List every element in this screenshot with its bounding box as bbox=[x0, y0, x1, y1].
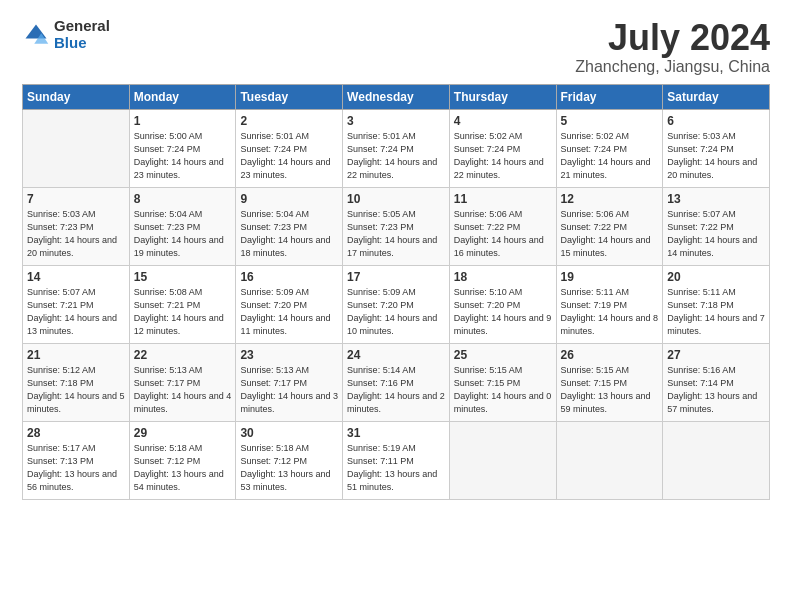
day-number: 12 bbox=[561, 192, 659, 206]
day-info: Sunrise: 5:04 AMSunset: 7:23 PMDaylight:… bbox=[134, 209, 224, 258]
calendar-cell bbox=[449, 421, 556, 499]
day-number: 28 bbox=[27, 426, 125, 440]
day-info: Sunrise: 5:18 AMSunset: 7:12 PMDaylight:… bbox=[134, 443, 224, 492]
calendar-cell: 12 Sunrise: 5:06 AMSunset: 7:22 PMDaylig… bbox=[556, 187, 663, 265]
calendar-table: SundayMondayTuesdayWednesdayThursdayFrid… bbox=[22, 84, 770, 500]
day-info: Sunrise: 5:17 AMSunset: 7:13 PMDaylight:… bbox=[27, 443, 117, 492]
main-title: July 2024 bbox=[575, 18, 770, 58]
day-info: Sunrise: 5:13 AMSunset: 7:17 PMDaylight:… bbox=[134, 365, 232, 414]
header-thursday: Thursday bbox=[449, 84, 556, 109]
day-number: 21 bbox=[27, 348, 125, 362]
day-number: 9 bbox=[240, 192, 338, 206]
day-info: Sunrise: 5:10 AMSunset: 7:20 PMDaylight:… bbox=[454, 287, 552, 336]
day-number: 5 bbox=[561, 114, 659, 128]
day-number: 18 bbox=[454, 270, 552, 284]
day-info: Sunrise: 5:15 AMSunset: 7:15 PMDaylight:… bbox=[454, 365, 552, 414]
subtitle: Zhancheng, Jiangsu, China bbox=[575, 58, 770, 76]
day-info: Sunrise: 5:04 AMSunset: 7:23 PMDaylight:… bbox=[240, 209, 330, 258]
day-info: Sunrise: 5:01 AMSunset: 7:24 PMDaylight:… bbox=[240, 131, 330, 180]
day-number: 4 bbox=[454, 114, 552, 128]
calendar-cell: 21 Sunrise: 5:12 AMSunset: 7:18 PMDaylig… bbox=[23, 343, 130, 421]
calendar-cell: 23 Sunrise: 5:13 AMSunset: 7:17 PMDaylig… bbox=[236, 343, 343, 421]
calendar-cell: 31 Sunrise: 5:19 AMSunset: 7:11 PMDaylig… bbox=[343, 421, 450, 499]
day-info: Sunrise: 5:18 AMSunset: 7:12 PMDaylight:… bbox=[240, 443, 330, 492]
calendar-cell: 9 Sunrise: 5:04 AMSunset: 7:23 PMDayligh… bbox=[236, 187, 343, 265]
week-row-2: 7 Sunrise: 5:03 AMSunset: 7:23 PMDayligh… bbox=[23, 187, 770, 265]
calendar-cell: 5 Sunrise: 5:02 AMSunset: 7:24 PMDayligh… bbox=[556, 109, 663, 187]
day-number: 26 bbox=[561, 348, 659, 362]
day-number: 25 bbox=[454, 348, 552, 362]
day-number: 3 bbox=[347, 114, 445, 128]
day-info: Sunrise: 5:19 AMSunset: 7:11 PMDaylight:… bbox=[347, 443, 437, 492]
day-info: Sunrise: 5:03 AMSunset: 7:24 PMDaylight:… bbox=[667, 131, 757, 180]
week-row-1: 1 Sunrise: 5:00 AMSunset: 7:24 PMDayligh… bbox=[23, 109, 770, 187]
week-row-5: 28 Sunrise: 5:17 AMSunset: 7:13 PMDaylig… bbox=[23, 421, 770, 499]
logo: General Blue bbox=[22, 18, 110, 51]
day-info: Sunrise: 5:13 AMSunset: 7:17 PMDaylight:… bbox=[240, 365, 338, 414]
day-number: 2 bbox=[240, 114, 338, 128]
day-info: Sunrise: 5:08 AMSunset: 7:21 PMDaylight:… bbox=[134, 287, 224, 336]
day-number: 29 bbox=[134, 426, 232, 440]
day-number: 22 bbox=[134, 348, 232, 362]
calendar-cell: 7 Sunrise: 5:03 AMSunset: 7:23 PMDayligh… bbox=[23, 187, 130, 265]
page: General Blue July 2024 Zhancheng, Jiangs… bbox=[0, 0, 792, 612]
calendar-cell: 3 Sunrise: 5:01 AMSunset: 7:24 PMDayligh… bbox=[343, 109, 450, 187]
day-info: Sunrise: 5:01 AMSunset: 7:24 PMDaylight:… bbox=[347, 131, 437, 180]
calendar-cell bbox=[663, 421, 770, 499]
calendar-cell: 20 Sunrise: 5:11 AMSunset: 7:18 PMDaylig… bbox=[663, 265, 770, 343]
day-number: 15 bbox=[134, 270, 232, 284]
calendar-cell: 28 Sunrise: 5:17 AMSunset: 7:13 PMDaylig… bbox=[23, 421, 130, 499]
day-number: 14 bbox=[27, 270, 125, 284]
week-row-4: 21 Sunrise: 5:12 AMSunset: 7:18 PMDaylig… bbox=[23, 343, 770, 421]
day-info: Sunrise: 5:11 AMSunset: 7:18 PMDaylight:… bbox=[667, 287, 765, 336]
calendar-cell: 13 Sunrise: 5:07 AMSunset: 7:22 PMDaylig… bbox=[663, 187, 770, 265]
calendar-cell: 1 Sunrise: 5:00 AMSunset: 7:24 PMDayligh… bbox=[129, 109, 236, 187]
header-saturday: Saturday bbox=[663, 84, 770, 109]
day-info: Sunrise: 5:02 AMSunset: 7:24 PMDaylight:… bbox=[454, 131, 544, 180]
calendar-cell: 2 Sunrise: 5:01 AMSunset: 7:24 PMDayligh… bbox=[236, 109, 343, 187]
day-number: 30 bbox=[240, 426, 338, 440]
header-wednesday: Wednesday bbox=[343, 84, 450, 109]
calendar-cell: 4 Sunrise: 5:02 AMSunset: 7:24 PMDayligh… bbox=[449, 109, 556, 187]
day-number: 6 bbox=[667, 114, 765, 128]
calendar-cell: 24 Sunrise: 5:14 AMSunset: 7:16 PMDaylig… bbox=[343, 343, 450, 421]
day-info: Sunrise: 5:00 AMSunset: 7:24 PMDaylight:… bbox=[134, 131, 224, 180]
header: General Blue July 2024 Zhancheng, Jiangs… bbox=[22, 18, 770, 76]
calendar-header-row: SundayMondayTuesdayWednesdayThursdayFrid… bbox=[23, 84, 770, 109]
day-info: Sunrise: 5:11 AMSunset: 7:19 PMDaylight:… bbox=[561, 287, 659, 336]
day-number: 8 bbox=[134, 192, 232, 206]
calendar-cell: 25 Sunrise: 5:15 AMSunset: 7:15 PMDaylig… bbox=[449, 343, 556, 421]
calendar-cell: 15 Sunrise: 5:08 AMSunset: 7:21 PMDaylig… bbox=[129, 265, 236, 343]
logo-text: General Blue bbox=[54, 18, 110, 51]
day-info: Sunrise: 5:16 AMSunset: 7:14 PMDaylight:… bbox=[667, 365, 757, 414]
day-info: Sunrise: 5:14 AMSunset: 7:16 PMDaylight:… bbox=[347, 365, 445, 414]
header-tuesday: Tuesday bbox=[236, 84, 343, 109]
calendar-cell: 11 Sunrise: 5:06 AMSunset: 7:22 PMDaylig… bbox=[449, 187, 556, 265]
day-info: Sunrise: 5:07 AMSunset: 7:22 PMDaylight:… bbox=[667, 209, 757, 258]
day-number: 27 bbox=[667, 348, 765, 362]
calendar-cell: 16 Sunrise: 5:09 AMSunset: 7:20 PMDaylig… bbox=[236, 265, 343, 343]
calendar-cell: 6 Sunrise: 5:03 AMSunset: 7:24 PMDayligh… bbox=[663, 109, 770, 187]
week-row-3: 14 Sunrise: 5:07 AMSunset: 7:21 PMDaylig… bbox=[23, 265, 770, 343]
day-number: 16 bbox=[240, 270, 338, 284]
day-number: 31 bbox=[347, 426, 445, 440]
day-info: Sunrise: 5:12 AMSunset: 7:18 PMDaylight:… bbox=[27, 365, 125, 414]
title-block: July 2024 Zhancheng, Jiangsu, China bbox=[575, 18, 770, 76]
calendar-cell: 29 Sunrise: 5:18 AMSunset: 7:12 PMDaylig… bbox=[129, 421, 236, 499]
day-number: 11 bbox=[454, 192, 552, 206]
day-info: Sunrise: 5:06 AMSunset: 7:22 PMDaylight:… bbox=[561, 209, 651, 258]
calendar-cell: 22 Sunrise: 5:13 AMSunset: 7:17 PMDaylig… bbox=[129, 343, 236, 421]
calendar-cell: 30 Sunrise: 5:18 AMSunset: 7:12 PMDaylig… bbox=[236, 421, 343, 499]
day-number: 10 bbox=[347, 192, 445, 206]
day-number: 23 bbox=[240, 348, 338, 362]
day-info: Sunrise: 5:07 AMSunset: 7:21 PMDaylight:… bbox=[27, 287, 117, 336]
header-friday: Friday bbox=[556, 84, 663, 109]
day-number: 13 bbox=[667, 192, 765, 206]
logo-general: General bbox=[54, 18, 110, 35]
day-number: 17 bbox=[347, 270, 445, 284]
day-number: 7 bbox=[27, 192, 125, 206]
day-info: Sunrise: 5:03 AMSunset: 7:23 PMDaylight:… bbox=[27, 209, 117, 258]
calendar-cell: 18 Sunrise: 5:10 AMSunset: 7:20 PMDaylig… bbox=[449, 265, 556, 343]
day-info: Sunrise: 5:02 AMSunset: 7:24 PMDaylight:… bbox=[561, 131, 651, 180]
day-info: Sunrise: 5:15 AMSunset: 7:15 PMDaylight:… bbox=[561, 365, 651, 414]
